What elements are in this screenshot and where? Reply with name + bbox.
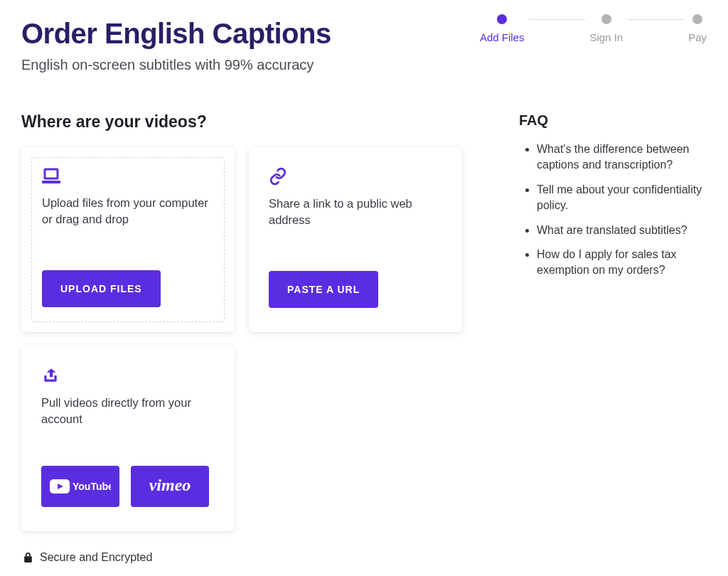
faq-item[interactable]: What are translated subtitles? — [537, 223, 707, 238]
account-description: Pull videos directly from your account — [41, 395, 215, 428]
faq-heading: FAQ — [519, 112, 707, 129]
step-add-files[interactable]: Add Files — [480, 14, 525, 43]
svg-rect-4 — [24, 556, 32, 562]
step-sign-in[interactable]: Sign In — [589, 14, 623, 43]
step-connector — [627, 19, 684, 20]
step-dot-icon — [692, 14, 702, 24]
svg-rect-0 — [45, 169, 58, 178]
lock-icon — [23, 552, 33, 563]
upload-files-button[interactable]: UPLOAD FILES — [42, 270, 161, 307]
paste-url-card: Share a link to a public web address PAS… — [249, 147, 462, 332]
youtube-label: YouTube — [73, 481, 111, 492]
paste-url-button[interactable]: PASTE A URL — [269, 271, 378, 308]
step-pay[interactable]: Pay — [688, 14, 707, 43]
page-title: Order English Captions — [21, 18, 480, 50]
step-label: Pay — [688, 31, 707, 43]
step-label: Add Files — [480, 31, 525, 43]
page-subtitle: English on-screen subtitles with 99% acc… — [21, 57, 480, 73]
faq-item[interactable]: Tell me about your confidentiality polic… — [537, 182, 707, 214]
laptop-icon — [42, 168, 214, 185]
step-label: Sign In — [589, 31, 623, 43]
step-dot-icon — [601, 14, 611, 24]
step-connector — [528, 19, 585, 20]
faq-item[interactable]: How do I apply for sales tax exemption o… — [537, 247, 707, 279]
link-account-card: Pull videos directly from your account Y… — [21, 346, 235, 531]
svg-rect-1 — [42, 181, 60, 183]
link-icon — [269, 167, 442, 186]
secure-note: Secure and Encrypted — [23, 551, 491, 564]
vimeo-button[interactable]: vimeo — [131, 466, 209, 507]
youtube-button[interactable]: YouTube — [41, 466, 119, 507]
vimeo-label: vimeo — [149, 476, 191, 494]
step-dot-icon — [497, 14, 507, 24]
faq-item[interactable]: What's the difference between captions a… — [537, 142, 707, 174]
upload-card[interactable]: Upload files from your computer or drag … — [21, 147, 235, 332]
share-icon — [41, 366, 215, 385]
url-description: Share a link to a public web address — [269, 196, 442, 229]
upload-description: Upload files from your computer or drag … — [42, 195, 214, 228]
secure-label: Secure and Encrypted — [40, 551, 152, 564]
progress-stepper: Add Files Sign In Pay — [480, 14, 707, 43]
faq-list: What's the difference between captions a… — [519, 142, 707, 279]
section-title: Where are your videos? — [21, 112, 491, 132]
